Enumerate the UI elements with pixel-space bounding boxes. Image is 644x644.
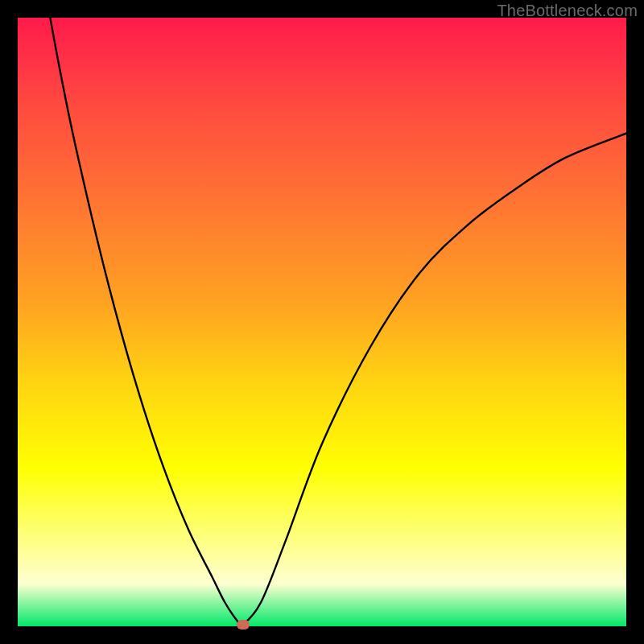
chart-area: [18, 18, 626, 626]
minimum-marker: [237, 620, 250, 630]
watermark-text: TheBottleneck.com: [497, 2, 638, 20]
bottleneck-curve: [18, 18, 626, 626]
